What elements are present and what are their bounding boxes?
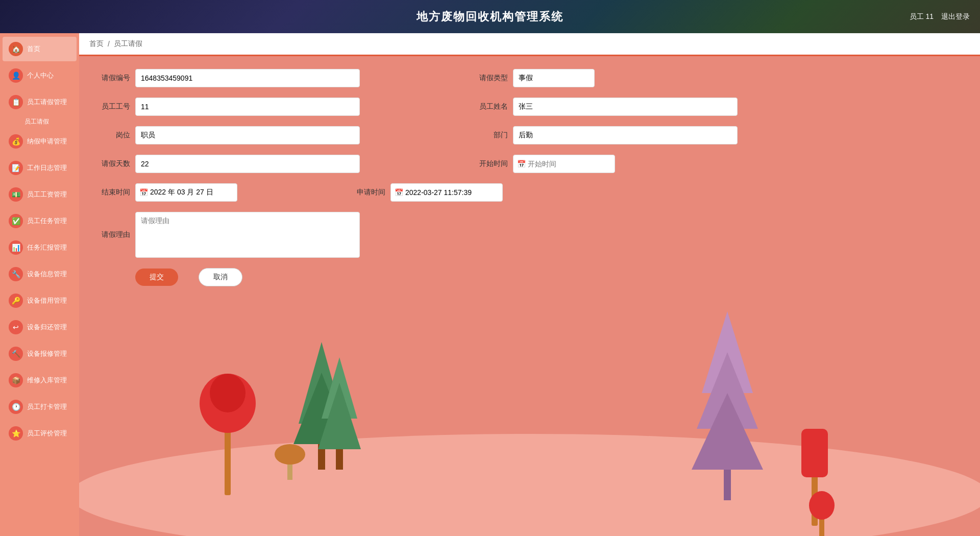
equip-repair-icon: 🔨 bbox=[9, 347, 23, 361]
leave-type-group: 请假类型 bbox=[477, 69, 595, 87]
calendar-icon-start: 📅 bbox=[517, 160, 526, 168]
expense-icon: 💰 bbox=[9, 134, 23, 149]
leave-no-group: 请假编号 bbox=[100, 69, 360, 87]
leave-type-input[interactable] bbox=[513, 69, 595, 87]
evaluation-icon: ⭐ bbox=[9, 426, 23, 441]
end-time-input[interactable] bbox=[135, 183, 237, 202]
reason-label: 请假理由 bbox=[100, 230, 130, 239]
svg-point-2 bbox=[200, 374, 256, 433]
svg-point-3 bbox=[210, 374, 246, 412]
svg-point-0 bbox=[79, 434, 980, 536]
svg-marker-13 bbox=[697, 352, 758, 429]
sidebar-item-evaluation[interactable]: ⭐ 员工评价管理 bbox=[3, 421, 77, 446]
emp-id-label: 员工工号 bbox=[100, 102, 130, 111]
equip-borrow-icon: 🔑 bbox=[9, 294, 23, 308]
svg-rect-10 bbox=[287, 454, 292, 480]
cancel-button[interactable]: 取消 bbox=[199, 268, 242, 286]
sidebar-item-attendance[interactable]: 🕐 员工打卡管理 bbox=[3, 395, 77, 419]
sidebar-evaluation-label: 员工评价管理 bbox=[27, 429, 67, 438]
form-row-1: 请假编号 请假类型 bbox=[100, 69, 960, 87]
svg-rect-15 bbox=[724, 470, 731, 500]
svg-marker-8 bbox=[318, 383, 361, 449]
sidebar-item-task-report[interactable]: 📊 任务汇报管理 bbox=[3, 235, 77, 260]
worklog-icon: 📝 bbox=[9, 161, 23, 175]
sidebar-maintenance-label: 维修入库管理 bbox=[27, 376, 67, 385]
emp-name-group: 员工姓名 bbox=[477, 98, 738, 116]
sidebar-item-expense[interactable]: 💰 纳假申请管理 bbox=[3, 129, 77, 154]
emp-name-input[interactable] bbox=[513, 98, 738, 116]
svg-rect-1 bbox=[225, 403, 231, 495]
sidebar-equip-return-label: 设备归还管理 bbox=[27, 323, 67, 332]
sidebar-item-equip-repair[interactable]: 🔨 设备报修管理 bbox=[3, 342, 77, 366]
apply-time-input[interactable] bbox=[390, 183, 503, 202]
leave-no-input[interactable] bbox=[135, 69, 360, 87]
sidebar-item-maintenance[interactable]: 📦 维修入库管理 bbox=[3, 368, 77, 393]
form-row-5: 结束时间 📅 申请时间 📅 bbox=[100, 183, 960, 202]
svg-marker-5 bbox=[293, 373, 350, 444]
svg-rect-6 bbox=[318, 444, 325, 470]
svg-point-19 bbox=[809, 491, 835, 520]
sidebar-expense-label: 纳假申请管理 bbox=[27, 137, 67, 146]
emp-name-label: 员工姓名 bbox=[477, 102, 508, 111]
apply-time-group: 申请时间 📅 bbox=[355, 183, 503, 202]
sidebar-home-label: 首页 bbox=[27, 44, 40, 54]
end-time-group: 结束时间 📅 bbox=[100, 183, 237, 202]
submit-button[interactable]: 提交 bbox=[135, 269, 178, 286]
sidebar-item-equip-return[interactable]: ↩ 设备归还管理 bbox=[3, 315, 77, 339]
sidebar-attendance-label: 员工打卡管理 bbox=[27, 402, 67, 411]
apply-time-wrapper: 📅 bbox=[390, 183, 503, 202]
form-row-buttons: 提交 取消 bbox=[135, 268, 960, 286]
sidebar-leave-label: 员工请假 bbox=[24, 118, 49, 125]
days-label: 请假天数 bbox=[100, 159, 130, 168]
user-info[interactable]: 员工 11 bbox=[910, 12, 934, 21]
emp-id-input[interactable] bbox=[135, 98, 360, 116]
breadcrumb-home[interactable]: 首页 bbox=[89, 39, 104, 48]
end-time-label: 结束时间 bbox=[100, 188, 130, 197]
sidebar-task-report-label: 任务汇报管理 bbox=[27, 243, 67, 252]
svg-point-11 bbox=[275, 444, 305, 465]
dept-group: 部门 bbox=[477, 126, 738, 144]
breadcrumb-current: 员工请假 bbox=[114, 39, 142, 48]
sidebar-salary-label: 员工工资管理 bbox=[27, 190, 67, 199]
apply-time-label: 申请时间 bbox=[355, 188, 385, 197]
position-input[interactable] bbox=[135, 126, 360, 144]
maintenance-icon: 📦 bbox=[9, 373, 23, 387]
home-icon: 🏠 bbox=[9, 42, 23, 56]
sidebar-equip-info-label: 设备信息管理 bbox=[27, 270, 67, 279]
start-time-input[interactable] bbox=[513, 155, 615, 173]
svg-marker-4 bbox=[299, 342, 345, 424]
sidebar-item-leave[interactable]: 员工请假 bbox=[0, 115, 79, 128]
sidebar-item-equip-info[interactable]: 🔧 设备信息管理 bbox=[3, 262, 77, 286]
svg-marker-7 bbox=[322, 357, 357, 419]
sidebar-personal-label: 个人中心 bbox=[27, 71, 54, 80]
breadcrumb-separator: / bbox=[108, 40, 110, 48]
sidebar-item-salary[interactable]: 💵 员工工资管理 bbox=[3, 182, 77, 207]
equip-return-icon: ↩ bbox=[9, 320, 23, 334]
days-input[interactable] bbox=[135, 155, 360, 173]
sidebar-item-leave-mgmt[interactable]: 📋 员工请假管理 bbox=[3, 90, 77, 114]
site-title: 地方废物回收机构管理系统 bbox=[416, 9, 564, 25]
sidebar-worklog-label: 工作日志管理 bbox=[27, 163, 67, 173]
salary-icon: 💵 bbox=[9, 187, 23, 202]
sidebar-item-equip-borrow[interactable]: 🔑 设备借用管理 bbox=[3, 288, 77, 313]
form-row-4: 请假天数 开始时间 📅 bbox=[100, 155, 960, 173]
personal-icon: 👤 bbox=[9, 68, 23, 83]
sidebar-item-worklog[interactable]: 📝 工作日志管理 bbox=[3, 156, 77, 180]
reason-textarea[interactable] bbox=[135, 212, 360, 258]
dept-input[interactable] bbox=[513, 126, 738, 144]
sidebar-item-task[interactable]: ✅ 员工任务管理 bbox=[3, 209, 77, 233]
position-label: 岗位 bbox=[100, 131, 130, 140]
leave-type-label: 请假类型 bbox=[477, 74, 508, 83]
sidebar-item-personal[interactable]: 👤 个人中心 bbox=[3, 63, 77, 88]
logout-button[interactable]: 退出登录 bbox=[941, 12, 970, 21]
sidebar-item-home[interactable]: 🏠 首页 bbox=[3, 37, 77, 61]
start-time-wrapper: 📅 bbox=[513, 155, 615, 173]
leave-mgmt-icon: 📋 bbox=[9, 95, 23, 109]
svg-rect-18 bbox=[819, 505, 824, 536]
svg-rect-9 bbox=[336, 449, 343, 470]
form-row-6: 请假理由 bbox=[100, 212, 960, 258]
calendar-icon-end: 📅 bbox=[139, 188, 148, 197]
svg-marker-12 bbox=[702, 311, 753, 393]
start-time-label: 开始时间 bbox=[477, 159, 508, 168]
position-group: 岗位 bbox=[100, 126, 360, 144]
